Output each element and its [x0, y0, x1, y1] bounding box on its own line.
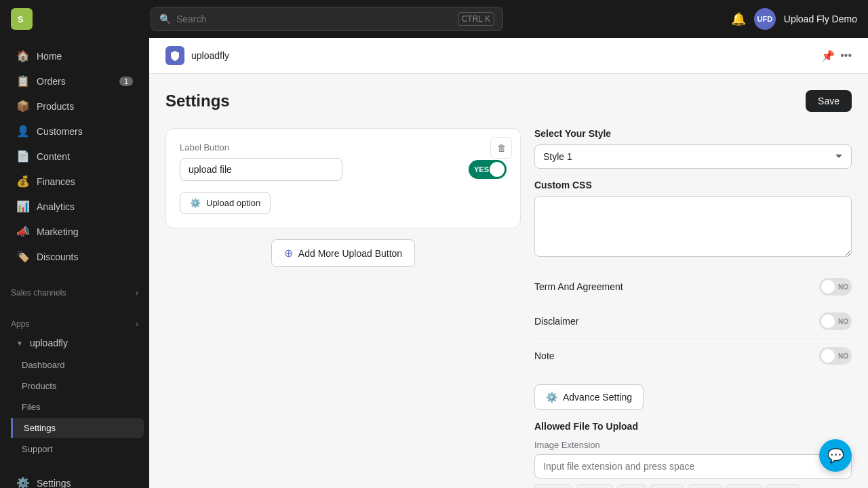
sidebar-item-settings-bottom[interactable]: ⚙️ Settings [5, 471, 144, 488]
term-agreement-label: Term And Agreement [534, 281, 623, 292]
ext-tag-ai: .ai × [617, 484, 646, 488]
term-toggle[interactable]: NO [819, 278, 852, 296]
plus-circle-icon: ⊕ [284, 247, 293, 260]
ext-tag-jpg: .jpg × [650, 484, 684, 488]
sidebar-sub-dashboard[interactable]: Dashboard [11, 355, 144, 375]
sidebar-item-content[interactable]: 📄 Content [5, 144, 144, 168]
label-button-group: Label Button YES [180, 142, 507, 181]
sidebar-item-label: Marketing [37, 226, 78, 237]
sidebar-item-uploadfly-group[interactable]: ▼ uploadfly [5, 332, 144, 354]
orders-icon: 📋 [16, 75, 30, 87]
sidebar-item-discounts[interactable]: 🏷️ Discounts [5, 245, 144, 268]
disclaimer-toggle[interactable]: NO [819, 312, 852, 330]
sidebar-item-products[interactable]: 📦 Products [5, 94, 144, 118]
more-options-icon[interactable]: ••• [840, 49, 852, 62]
disclaimer-label: Disclaimer [534, 316, 578, 327]
select-style-section: Select Your Style Style 1 Style 2 Style … [534, 128, 852, 169]
toggle-knob [490, 162, 505, 177]
sidebar-sub-label: Products [22, 381, 56, 391]
chevron-icon: › [136, 288, 138, 298]
sales-channels-label[interactable]: Sales channels › [0, 280, 149, 300]
disclaimer-toggle-knob [821, 314, 835, 328]
sidebar-item-label: Content [37, 151, 70, 162]
custom-css-label: Custom CSS [534, 180, 852, 190]
sidebar-item-analytics[interactable]: 📊 Analytics [5, 195, 144, 218]
shopify-logo: S [11, 8, 33, 30]
left-panel: 🗑 Label Button YES [165, 128, 521, 488]
svg-text:S: S [18, 14, 24, 24]
notification-bell-icon[interactable]: 🔔 [731, 12, 746, 26]
advance-setting-label: Advance Setting [563, 392, 632, 403]
label-button-input[interactable] [180, 158, 342, 181]
sidebar-item-orders[interactable]: 📋 Orders 1 [5, 69, 144, 93]
search-shortcut: CTRL K [458, 12, 494, 26]
sidebar-sub-label: Dashboard [22, 360, 65, 370]
toggle-container[interactable]: YES [469, 160, 507, 179]
sidebar-item-customers[interactable]: 👤 Customers [5, 119, 144, 143]
ext-tag-cdr: .cdr × [688, 484, 722, 488]
note-row: Note NO [534, 339, 852, 373]
sidebar-sub-support[interactable]: Support [11, 439, 144, 459]
delete-button[interactable]: 🗑 [490, 137, 512, 159]
page-title: Settings [165, 92, 230, 110]
toggle-switch-yes[interactable]: YES [469, 160, 507, 179]
label-button-label: Label Button [180, 142, 507, 152]
sidebar-sub-label: Settings [24, 423, 56, 433]
products-icon: 📦 [16, 100, 30, 113]
sidebar-sub-label: Files [22, 402, 40, 412]
disclaimer-row: Disclaimer NO [534, 304, 852, 339]
customers-icon: 👤 [16, 125, 30, 138]
sidebar-item-marketing[interactable]: 📣 Marketing [5, 220, 144, 243]
upload-option-button[interactable]: ⚙️ Upload option [180, 192, 271, 214]
pin-icon[interactable]: 📌 [821, 49, 835, 62]
allowed-files-section: Allowed File To Upload Image Extension .… [534, 421, 852, 488]
gear-icon: ⚙️ [190, 198, 201, 208]
home-icon: 🏠 [16, 49, 30, 62]
search-bar[interactable]: 🔍 CTRL K [151, 7, 503, 31]
allowed-files-title: Allowed File To Upload [534, 421, 852, 432]
add-more-upload-button[interactable]: ⊕ Add More Upload Button [271, 239, 415, 267]
settings-page: Settings Save 🗑 Label Button [149, 74, 868, 488]
term-toggle-no-label: NO [838, 283, 848, 291]
sidebar: 🏠 Home 📋 Orders 1 📦 Products 👤 Customers… [0, 38, 149, 488]
ext-tag-jpeg: .jpeg × [534, 484, 572, 488]
style-select-wrapper: Style 1 Style 2 Style 3 [534, 144, 852, 169]
user-name: Upload Fly Demo [784, 14, 857, 24]
sidebar-item-label: Finances [37, 176, 75, 187]
nav-right: 🔔 UFD Upload Fly Demo [731, 8, 857, 30]
style-select[interactable]: Style 1 Style 2 Style 3 [534, 144, 852, 169]
toggle-yes-label: YES [474, 165, 489, 174]
note-toggle-knob [821, 349, 835, 363]
settings-header: Settings Save [165, 90, 852, 112]
advance-setting-button[interactable]: ⚙️ Advance Setting [534, 384, 644, 410]
note-toggle-no-label: NO [838, 352, 848, 360]
app-logo-icon [165, 46, 184, 65]
image-extension-input[interactable] [534, 454, 852, 479]
app-header-actions: 📌 ••• [821, 49, 852, 62]
search-input[interactable] [176, 14, 452, 24]
settings-content: 🗑 Label Button YES [165, 128, 852, 488]
collapse-icon: ▼ [16, 340, 23, 347]
label-button-row: YES [180, 158, 507, 181]
sidebar-item-finances[interactable]: 💰 Finances [5, 169, 144, 193]
chat-bubble-button[interactable]: 💬 [819, 439, 852, 472]
save-button[interactable]: Save [806, 90, 852, 112]
sidebar-item-label: Settings [37, 478, 71, 489]
sidebar-sub-settings[interactable]: Settings [11, 418, 144, 438]
upload-card: 🗑 Label Button YES [165, 128, 521, 228]
sidebar-sub-label: Support [22, 444, 53, 454]
app-name-label: uploadfly [191, 50, 229, 61]
discounts-icon: 🏷️ [16, 250, 30, 263]
term-toggle-knob [821, 280, 835, 293]
note-toggle[interactable]: NO [819, 347, 852, 365]
trash-icon: 🗑 [497, 143, 506, 153]
apps-label[interactable]: Apps › [0, 311, 149, 331]
sidebar-sub-products[interactable]: Products [11, 376, 144, 396]
ext-tag-png: .png × [576, 484, 613, 488]
content-area: uploadfly 📌 ••• Settings Save 🗑 [149, 38, 868, 488]
ext-tag-gift: .gift × [766, 484, 800, 488]
app-header-bar: uploadfly 📌 ••• [149, 38, 868, 74]
sidebar-sub-files[interactable]: Files [11, 397, 144, 417]
custom-css-textarea[interactable] [534, 196, 852, 257]
sidebar-item-home[interactable]: 🏠 Home [5, 44, 144, 68]
